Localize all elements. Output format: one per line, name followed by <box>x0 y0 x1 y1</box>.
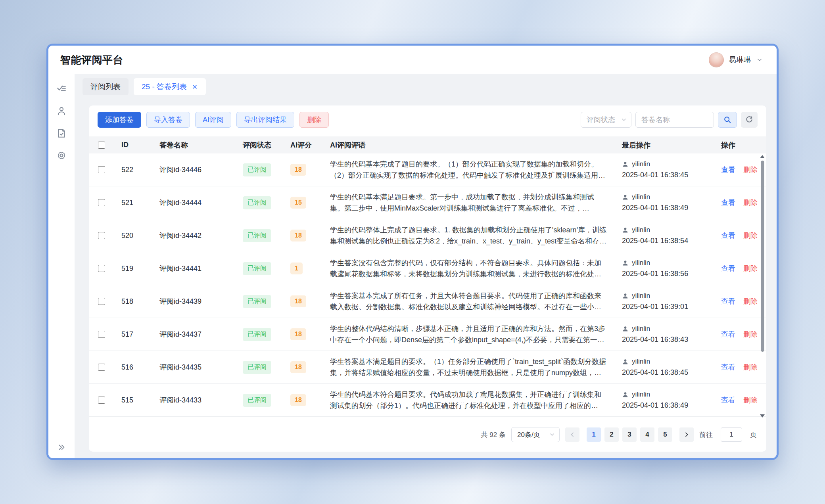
person-icon <box>622 260 629 266</box>
search-button[interactable] <box>718 112 737 128</box>
row-name: 评阅id-34441 <box>152 264 236 273</box>
operator-name: yilinlin <box>632 358 650 366</box>
delete-link[interactable]: 删除 <box>743 297 758 306</box>
row-checkbox[interactable] <box>98 232 105 239</box>
chevron-right-icon <box>683 431 690 438</box>
page-button-4[interactable]: 4 <box>640 427 654 442</box>
app-title: 智能评阅平台 <box>60 53 123 67</box>
table-row[interactable]: 515 评阅id-34433 已评阅 18 学生的代码基本符合题目要求。代码成功… <box>89 384 766 417</box>
delete-link[interactable]: 删除 <box>743 231 758 240</box>
delete-link[interactable]: 删除 <box>743 330 758 339</box>
row-checkbox[interactable] <box>98 265 105 272</box>
column-header-lastop: 最后操作 <box>615 140 714 150</box>
tab-answer-sheet-list[interactable]: 25 - 答卷列表 <box>134 78 206 95</box>
table-header-row: ID 答卷名称 评阅状态 AI评分 AI评阅评语 最后操作 操作 <box>89 136 766 153</box>
chevron-down-icon <box>756 56 763 63</box>
add-sheet-button[interactable]: 添加答卷 <box>98 112 141 128</box>
chevron-down-icon <box>621 117 627 123</box>
delete-link[interactable]: 删除 <box>743 395 758 405</box>
page-button-1[interactable]: 1 <box>587 427 601 442</box>
table-row[interactable]: 520 评阅id-34442 已评阅 18 学生的代码整体上完成了题目要求。1.… <box>89 219 766 252</box>
prev-page-button[interactable] <box>565 427 579 442</box>
operator-name: yilinlin <box>632 292 650 300</box>
table-row[interactable]: 517 评阅id-34437 已评阅 18 学生的整体代码结构清晰，步骤基本正确… <box>89 318 766 351</box>
delete-link[interactable]: 删除 <box>743 264 758 273</box>
page-button-5[interactable]: 5 <box>658 427 672 442</box>
score-badge: 18 <box>290 295 306 307</box>
next-page-button[interactable] <box>679 427 694 442</box>
chevron-left-icon <box>569 431 576 438</box>
table-row[interactable]: 516 评阅id-34435 已评阅 18 学生答案基本满足题目的要求。（1）任… <box>89 351 766 384</box>
row-name: 评阅id-34439 <box>152 297 236 306</box>
operator-name: yilinlin <box>632 226 650 234</box>
goto-page-input[interactable] <box>721 427 742 442</box>
row-checkbox[interactable] <box>98 199 105 206</box>
table-row[interactable]: 521 评阅id-34444 已评阅 15 学生的代码基本满足题目要求。第一步中… <box>89 186 766 219</box>
delete-link[interactable]: 删除 <box>743 362 758 372</box>
status-badge: 已评阅 <box>243 229 271 242</box>
view-link[interactable]: 查看 <box>721 231 735 240</box>
scroll-down-arrow[interactable] <box>760 414 765 418</box>
row-name: 评阅id-34444 <box>152 198 236 207</box>
row-comment: 学生的整体代码结构清晰，步骤基本正确，并且适用了正确的库和方法。然而，在第3步中… <box>323 323 615 345</box>
view-link[interactable]: 查看 <box>721 165 735 174</box>
select-all-checkbox[interactable] <box>98 142 105 149</box>
score-badge: 18 <box>290 230 306 241</box>
table-row[interactable]: 519 评阅id-34441 已评阅 1 学生答案没有包含完整的代码，仅有部分结… <box>89 252 766 285</box>
page-button-2[interactable]: 2 <box>604 427 619 442</box>
page-size-select[interactable]: 20条/页 <box>511 427 560 442</box>
export-results-button[interactable]: 导出评阅结果 <box>236 112 294 128</box>
settings-gear-icon[interactable] <box>56 150 67 161</box>
table-row[interactable]: 522 评阅id-34446 已评阅 18 学生的代码基本完成了题目的要求。（1… <box>89 153 766 186</box>
table-row[interactable]: 518 评阅id-34439 已评阅 18 学生答案基本完成了所有任务，并且大体… <box>89 285 766 318</box>
tab-review-list[interactable]: 评阅列表 <box>82 78 129 95</box>
sheet-name-input[interactable] <box>635 112 714 128</box>
review-status-select[interactable]: 评阅状态 <box>581 112 631 128</box>
import-sheet-button[interactable]: 导入答卷 <box>146 112 190 128</box>
document-check-icon[interactable] <box>56 128 67 138</box>
button-label: 导出评阅结果 <box>244 116 287 124</box>
row-checkbox[interactable] <box>98 364 105 371</box>
operation-time: 2025-04-01 16:38:49 <box>622 401 714 410</box>
tab-close-icon[interactable] <box>192 84 198 90</box>
delete-button[interactable]: 删除 <box>299 112 329 128</box>
row-checkbox[interactable] <box>98 166 105 173</box>
page-buttons: 12345 <box>587 427 672 442</box>
view-link[interactable]: 查看 <box>721 330 735 339</box>
status-badge: 已评阅 <box>243 262 271 275</box>
view-link[interactable]: 查看 <box>721 297 735 306</box>
answer-sheet-table: ID 答卷名称 评阅状态 AI评分 AI评阅评语 最后操作 操作 522 评阅i… <box>89 136 766 419</box>
delete-link[interactable]: 删除 <box>743 198 758 207</box>
operation-time: 2025-04-01 16:38:54 <box>622 237 714 245</box>
user-menu[interactable]: 易琳琳 <box>709 52 763 67</box>
review-status-select-placeholder: 评阅状态 <box>587 115 615 125</box>
row-comment: 学生的代码基本符合题目要求。代码成功加载了鸢尾花数据集，并正确进行了训练集和测试… <box>323 389 615 411</box>
app-header: 智能评阅平台 易琳琳 <box>48 46 777 74</box>
double-chevron-right-icon[interactable] <box>57 443 66 452</box>
scroll-thumb[interactable] <box>761 161 764 352</box>
delete-link[interactable]: 删除 <box>743 165 758 174</box>
refresh-button[interactable] <box>741 112 758 128</box>
operator-name: yilinlin <box>632 391 650 399</box>
table-body: 522 评阅id-34446 已评阅 18 学生的代码基本完成了题目的要求。（1… <box>89 153 766 419</box>
row-checkbox[interactable] <box>98 331 105 338</box>
review-checklist-icon[interactable] <box>56 84 67 94</box>
view-link[interactable]: 查看 <box>721 395 735 405</box>
column-header-score: AI评分 <box>283 140 323 150</box>
view-link[interactable]: 查看 <box>721 264 735 273</box>
tab-label: 25 - 答卷列表 <box>142 82 187 92</box>
vertical-scrollbar[interactable] <box>760 153 765 419</box>
view-link[interactable]: 查看 <box>721 362 735 372</box>
row-checkbox[interactable] <box>98 298 105 305</box>
page-button-3[interactable]: 3 <box>622 427 637 442</box>
total-count: 共 92 条 <box>481 430 506 439</box>
view-link[interactable]: 查看 <box>721 198 735 207</box>
scroll-up-arrow[interactable] <box>760 155 765 158</box>
ai-review-button[interactable]: AI评阅 <box>195 112 231 128</box>
goto-unit: 页 <box>750 430 757 439</box>
pagination: 共 92 条 20条/页 12345 前往 页 <box>89 419 766 452</box>
operator-name: yilinlin <box>632 325 650 333</box>
toolbar: 添加答卷 导入答卷 AI评阅 导出评阅结果 删除 评阅状态 <box>89 112 766 136</box>
row-checkbox[interactable] <box>98 397 105 404</box>
user-icon[interactable] <box>56 106 67 116</box>
